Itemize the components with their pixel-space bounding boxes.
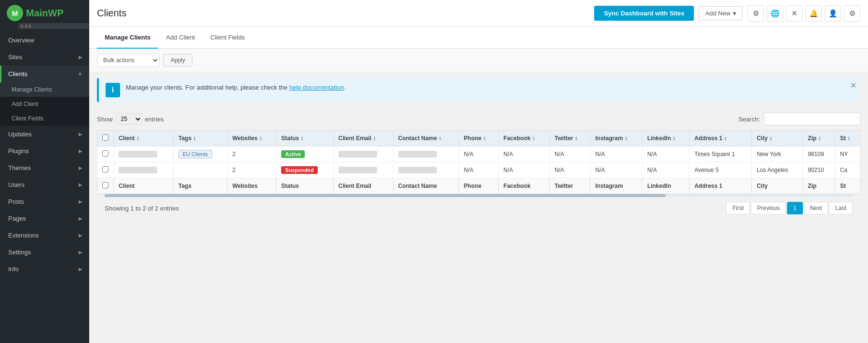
sidebar-item-updates[interactable]: Updates ▶ [0, 126, 89, 143]
row-2-websites: 2 [227, 162, 276, 178]
info-text-start: Manage your clients. For additional help… [126, 84, 289, 91]
col-state[interactable]: St ↕ [835, 131, 860, 146]
sidebar-item-extensions[interactable]: Extensions ▶ [0, 227, 89, 244]
select-all-checkbox[interactable] [102, 134, 108, 141]
col-address[interactable]: Address 1 ↕ [689, 131, 751, 146]
last-page-button[interactable]: Last [829, 202, 853, 214]
col-email[interactable]: Client Email ↕ [333, 131, 393, 146]
tab-client-fields[interactable]: Client Fields [203, 27, 253, 49]
info-box-text: Manage your clients. For additional help… [126, 83, 346, 92]
row-1-checkbox[interactable] [102, 150, 108, 157]
footer-col-phone: Phone [459, 178, 498, 194]
tab-manage-clients[interactable]: Manage Clients [97, 27, 158, 49]
sidebar-item-posts[interactable]: Posts ▶ [0, 193, 89, 210]
col-phone[interactable]: Phone ↕ [459, 131, 498, 146]
version-badge: v. 4.3 [18, 23, 89, 29]
sidebar-item-themes[interactable]: Themes ▶ [0, 159, 89, 176]
previous-page-button[interactable]: Previous [751, 202, 786, 214]
row-2-contact [393, 162, 459, 178]
row-2-status-badge: Suspended [281, 166, 317, 174]
col-zip[interactable]: Zip ↕ [803, 131, 835, 146]
sidebar-item-pages[interactable]: Pages ▶ [0, 210, 89, 227]
main-content: Clients Sync Dashboard with Sites Add Ne… [89, 0, 868, 343]
help-documentation-link[interactable]: help documentation [289, 84, 344, 91]
settings-icon[interactable]: ⚙ [747, 5, 764, 22]
chevron-icon-pages: ▶ [79, 216, 82, 221]
col-contact[interactable]: Contact Name ↕ [393, 131, 459, 146]
row-1-state: NY [835, 146, 860, 162]
extensions-icon[interactable]: ✕ [786, 5, 802, 22]
row-2-email [333, 162, 393, 178]
footer-col-email: Client Email [333, 178, 393, 194]
close-icon[interactable]: ✕ [850, 82, 856, 90]
sidebar-label-overview: Overview [8, 37, 34, 44]
sidebar-label-plugins: Plugins [8, 147, 29, 155]
row-1-twitter: N/A [550, 146, 590, 162]
row-1-checkbox-cell [97, 146, 114, 162]
sync-button[interactable]: Sync Dashboard with Sites [594, 6, 694, 21]
search-label: Search: [738, 116, 760, 123]
first-page-button[interactable]: First [726, 202, 750, 214]
sidebar-item-plugins[interactable]: Plugins ▶ [0, 143, 89, 159]
row-2-instagram: N/A [590, 162, 642, 178]
current-page-button[interactable]: 1 [787, 202, 803, 214]
tab-add-client[interactable]: Add Client [158, 27, 203, 49]
next-page-button[interactable]: Next [804, 202, 828, 214]
row-1-status: Active [276, 146, 333, 162]
select-all-header [97, 131, 114, 146]
notifications-icon[interactable]: 🔔 [805, 5, 822, 22]
gear-icon[interactable]: ⚙ [844, 5, 860, 22]
user-icon[interactable]: 👤 [825, 5, 841, 22]
row-2-twitter: N/A [550, 162, 590, 178]
show-entries: Show 25 10 50 100 entries [97, 113, 164, 125]
row-1-instagram: N/A [590, 146, 642, 162]
sidebar-item-info[interactable]: Info ▶ [0, 261, 89, 277]
footer-col-client: Client [114, 178, 174, 194]
row-1-contact [393, 146, 459, 162]
footer-col-linkedin: LinkedIn [642, 178, 690, 194]
bulk-actions-select[interactable]: Bulk actions [97, 53, 160, 67]
row-2-checkbox[interactable] [102, 166, 108, 172]
row-1-status-badge: Active [281, 150, 305, 158]
dropdown-arrow-icon: ▾ [733, 10, 736, 17]
footer-col-city: City [752, 178, 803, 194]
sidebar-label-info: Info [8, 265, 19, 273]
footer-select-all-checkbox[interactable] [102, 182, 108, 188]
col-city[interactable]: City ↕ [752, 131, 803, 146]
row-1-address: Times Square 1 [689, 146, 751, 162]
row-1-phone: N/A [459, 146, 498, 162]
sidebar-item-client-fields[interactable]: Client Fields [0, 111, 89, 126]
search-input[interactable] [764, 113, 860, 125]
sidebar-item-sites[interactable]: Sites ▶ [0, 49, 89, 66]
col-facebook[interactable]: Facebook ↕ [499, 131, 550, 146]
col-twitter[interactable]: Twitter ↕ [550, 131, 590, 146]
add-new-button[interactable]: Add New ▾ [699, 6, 743, 20]
row-2-contact-value [398, 167, 437, 173]
row-2-phone: N/A [459, 162, 498, 178]
sidebar-label-add-client: Add Client [12, 101, 38, 107]
page-title: Clients [97, 8, 589, 19]
col-instagram[interactable]: Instagram ↕ [590, 131, 642, 146]
row-1-zip: 98109 [803, 146, 835, 162]
col-tags[interactable]: Tags ↕ [173, 131, 227, 146]
sidebar-item-manage-clients[interactable]: Manage Clients [0, 82, 89, 97]
sidebar-label-pages: Pages [8, 215, 26, 222]
globe-icon[interactable]: 🌐 [767, 5, 783, 22]
row-1-tag-badge: EU Clients [178, 150, 212, 158]
col-status[interactable]: Status ↕ [276, 131, 333, 146]
chevron-icon-info: ▶ [79, 266, 82, 272]
chevron-icon-posts: ▶ [79, 199, 82, 204]
sidebar: M MainWP v. 4.3 Overview Sites ▶ Clients… [0, 0, 89, 343]
sidebar-item-settings[interactable]: Settings ▶ [0, 244, 89, 261]
apply-button[interactable]: Apply [163, 54, 192, 66]
col-websites[interactable]: Websites ↕ [227, 131, 276, 146]
info-box: i Manage your clients. For additional he… [97, 78, 860, 102]
entries-per-page-select[interactable]: 25 10 50 100 [116, 113, 142, 125]
row-2-client [114, 162, 174, 178]
col-linkedin[interactable]: LinkedIn ↕ [642, 131, 690, 146]
col-client[interactable]: Client ↕ [114, 131, 174, 146]
sidebar-item-add-client[interactable]: Add Client [0, 97, 89, 111]
sidebar-item-clients[interactable]: Clients ▼ [0, 66, 89, 82]
sidebar-item-overview[interactable]: Overview [0, 32, 89, 49]
sidebar-item-users[interactable]: Users ▶ [0, 176, 89, 193]
